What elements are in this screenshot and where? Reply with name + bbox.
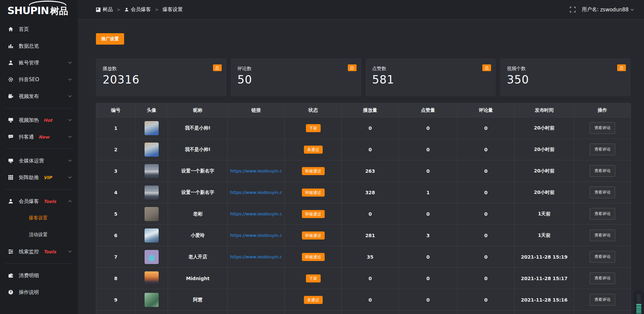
view-comments-button[interactable]: 查看评论 <box>590 208 615 220</box>
cell-status: 审核通过 <box>285 160 342 182</box>
sidebar-item-label: 线索监控 <box>19 249 39 255</box>
cell-avatar <box>136 182 168 203</box>
breadcrumb-item-current[interactable]: 爆客设置 <box>163 6 183 13</box>
stat-label: 点赞数 <box>372 66 489 72</box>
sidebar-item-douyin-seo[interactable]: 抖音SEO <box>0 71 78 88</box>
video-link[interactable]: https://www.iesdouyin.c <box>230 254 282 259</box>
gear-icon <box>8 77 13 82</box>
sidebar-item-label: 视频加热 <box>19 117 39 123</box>
cell-plays: 281 <box>342 225 399 246</box>
sidebar-subitem-baoke-settings[interactable]: 爆客设置 <box>0 210 78 226</box>
cell-comments: 0 <box>458 182 515 203</box>
cell-status: 审核通过 <box>285 182 342 203</box>
view-comments-button[interactable]: 查看评论 <box>590 165 615 177</box>
sidebar-item-data-overview[interactable]: 数据总览 <box>0 38 78 54</box>
cell-avatar <box>136 139 168 160</box>
cell-likes: 0 <box>399 268 458 289</box>
cell-time: 20小时前 <box>515 182 574 203</box>
status-badge: 审核通过 <box>302 210 325 218</box>
topbar: 树品 > 会员爆客 > 爆客设置 用户名: zswodun88 <box>78 0 644 19</box>
table-row: 7 老人开店 https://www.iesdouyin.c 审核通过 35 0… <box>96 246 631 268</box>
cell-time: 2021-11-28 15:19 <box>515 246 574 268</box>
logo-text-en: SHUPIN <box>7 5 49 16</box>
breadcrumb-item-home[interactable]: 树品 <box>96 6 113 13</box>
view-comments-button[interactable]: 查看评论 <box>590 294 615 306</box>
cell-likes: 0 <box>399 160 458 182</box>
cell-time: 20小时前 <box>515 139 574 160</box>
sidebar-divider <box>5 263 72 264</box>
view-comments-button[interactable]: 查看评论 <box>590 122 615 134</box>
user-menu[interactable]: 用户名: zswodun88 <box>582 6 634 13</box>
cell-avatar <box>136 225 168 246</box>
floating-widget[interactable] <box>635 292 643 314</box>
cell-avatar <box>136 117 168 139</box>
sidebar-item-video-heat[interactable]: 视频加热 Hot <box>0 112 78 128</box>
cell-nickname: 阿慧 <box>168 289 228 311</box>
promo-settings-button[interactable]: 推广设置 <box>96 33 124 45</box>
cell-avatar <box>136 203 168 225</box>
stat-label: 评论数 <box>237 66 355 72</box>
sidebar-item-omni-media[interactable]: 全媒体运营 <box>0 152 78 169</box>
sidebar-item-instructions[interactable]: ? 操作说明 <box>0 284 78 301</box>
username-label: 用户名: <box>582 6 598 13</box>
view-comments-button[interactable]: 查看评论 <box>590 187 615 198</box>
sidebar-item-consumption-detail[interactable]: 消费明细 <box>0 267 78 284</box>
sidebar-divider <box>5 189 72 190</box>
sidebar-item-lead-monitor[interactable]: 线索监控 Tools <box>0 243 78 260</box>
sidebar-item-doukutong[interactable]: 抖客通 New <box>0 128 78 145</box>
sidebar-item-video-publish[interactable]: 视频发布 <box>0 88 78 105</box>
grid-icon <box>8 175 13 180</box>
sidebar-item-label: 首页 <box>19 26 29 33</box>
video-link[interactable]: https://www.iesdouyin.c <box>230 211 282 216</box>
stat-cards: 播放数 20316 总 评论数 50 总 点赞数 581 总 视频个数 350 … <box>96 58 631 96</box>
cell-actions: 查看评论 <box>574 289 631 311</box>
stat-card-plays: 播放数 20316 总 <box>96 58 226 96</box>
main-content: 推广设置 播放数 20316 总 评论数 50 总 点赞数 581 总 视频个数… <box>78 0 644 314</box>
svg-text:?: ? <box>10 290 12 294</box>
cell-likes: 0 <box>399 203 458 225</box>
chevron-up-icon <box>68 200 72 203</box>
col-header-time: 发布时间 <box>515 103 574 117</box>
sidebar-item-member-baoke[interactable]: 会员爆客 Tools <box>0 193 78 210</box>
cell-status: 下架 <box>285 268 342 289</box>
view-comments-button[interactable]: 查看评论 <box>590 251 615 263</box>
table-row: 2 我不是小帅! 未通过 0 0 0 20小时前 查看评论 <box>96 139 631 160</box>
stat-value: 50 <box>237 73 355 86</box>
level-bar <box>636 311 641 312</box>
cell-id: 8 <box>96 268 136 289</box>
breadcrumb-item-member[interactable]: 会员爆客 <box>124 6 151 13</box>
cell-likes <box>399 311 458 314</box>
chevron-down-icon <box>68 78 72 81</box>
total-badge: 总 <box>213 64 222 71</box>
breadcrumb-separator: > <box>155 7 159 12</box>
view-comments-button[interactable]: 查看评论 <box>590 272 615 284</box>
chevron-down-icon <box>68 119 72 121</box>
cell-likes: 0 <box>399 117 458 139</box>
status-badge: 未通过 <box>304 296 323 304</box>
view-comments-button[interactable]: 查看评论 <box>590 144 615 155</box>
sidebar-item-account-mgmt[interactable]: 账号管理 <box>0 54 78 71</box>
stat-value: 20316 <box>103 73 220 86</box>
fullscreen-icon[interactable] <box>570 7 576 12</box>
video-link[interactable]: https://www.iesdouyin.c <box>230 233 282 238</box>
vip-badge: VIP <box>44 175 52 180</box>
sidebar-item-matrix-boost[interactable]: 矩阵助推 VIP <box>0 169 78 186</box>
sidebar-item-home[interactable]: 首页 <box>0 21 78 38</box>
cell-actions: 查看评论 <box>574 139 631 160</box>
view-comments-button[interactable]: 查看评论 <box>590 229 615 241</box>
cell-actions: 查看评论 <box>574 225 631 246</box>
cell-plays: 0 <box>342 289 399 311</box>
sidebar-subitem-activity-settings[interactable]: 活动设置 <box>0 226 78 243</box>
cell-nickname: 小爱玲 <box>168 225 228 246</box>
cell-id: 7 <box>96 246 136 268</box>
cell-comments: 0 <box>458 139 515 160</box>
video-link[interactable]: https://www.iesdouyin.c <box>230 168 282 173</box>
home-icon <box>8 27 13 32</box>
status-badge: 下架 <box>306 124 321 132</box>
table-row: 查看评论 <box>96 311 631 314</box>
cell-link <box>228 311 285 314</box>
video-link[interactable]: https://www.iesdouyin.c <box>230 190 282 195</box>
stat-label: 播放数 <box>103 66 220 72</box>
wallet-icon <box>8 273 13 278</box>
cell-actions: 查看评论 <box>574 203 631 225</box>
